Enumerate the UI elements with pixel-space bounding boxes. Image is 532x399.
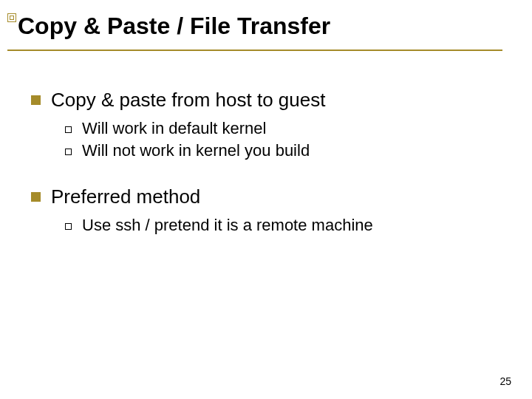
section-heading: Copy & paste from host to guest <box>51 89 325 112</box>
square-bullet-icon <box>31 192 41 202</box>
hollow-square-bullet-icon <box>65 223 72 230</box>
slide-body: Copy & paste from host to guest Will wor… <box>31 89 502 238</box>
page-number: 25 <box>499 375 511 387</box>
hollow-square-bullet-icon <box>65 149 72 155</box>
spacer <box>31 163 502 185</box>
square-bullet-icon <box>31 95 41 105</box>
sub-item: Use ssh / pretend it is a remote machine <box>82 216 373 235</box>
slide-title: Copy & Paste / File Transfer <box>18 13 502 39</box>
sub-item: Will work in default kernel <box>82 119 266 138</box>
title-accent-icon <box>7 13 16 22</box>
slide: Copy & Paste / File Transfer Copy & past… <box>0 0 532 399</box>
bullet-level2: Will not work in kernel you build <box>65 141 502 160</box>
bullet-level2: Will work in default kernel <box>65 119 502 138</box>
sub-item: Will not work in kernel you build <box>82 141 310 160</box>
title-bar: Copy & Paste / File Transfer <box>7 13 502 51</box>
section-heading: Preferred method <box>51 185 200 208</box>
bullet-level1: Copy & paste from host to guest <box>31 89 502 112</box>
title-accent-inner-icon <box>10 16 14 20</box>
hollow-square-bullet-icon <box>65 126 72 133</box>
bullet-level2: Use ssh / pretend it is a remote machine <box>65 216 502 235</box>
bullet-level1: Preferred method <box>31 185 502 208</box>
